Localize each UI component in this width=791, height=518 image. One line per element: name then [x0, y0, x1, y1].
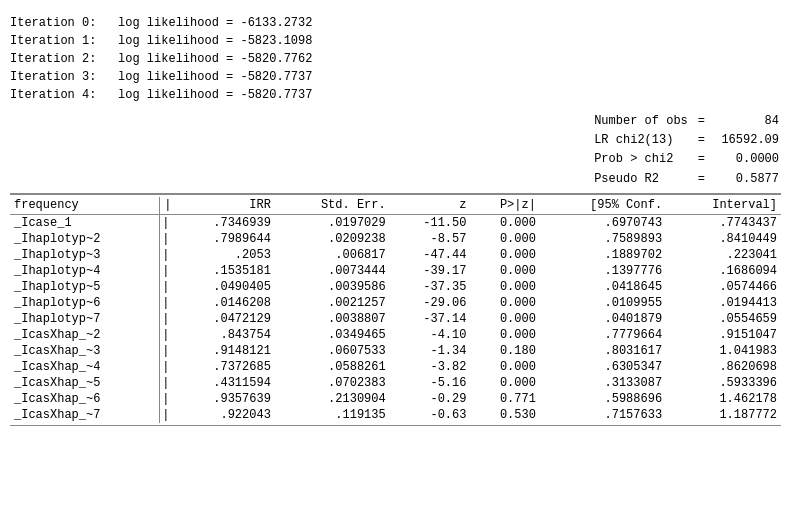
- ci-lo: .7779664: [540, 327, 666, 343]
- ci-lo: .7157633: [540, 407, 666, 423]
- stat-eq: =: [692, 131, 711, 150]
- irr-value: .0146208: [171, 295, 274, 311]
- se-value: .2130904: [275, 391, 390, 407]
- ci-lo: .5988696: [540, 391, 666, 407]
- stat-value: 0.0000: [711, 150, 781, 169]
- pipe: |: [160, 359, 172, 375]
- results-table: frequency|IRRStd. Err.zP>|z|[95% Conf.In…: [10, 197, 781, 423]
- table-row: _IcasXhap_~4 | .7372685 .0588261 -3.82 0…: [10, 359, 781, 375]
- ci-lo: .0109955: [540, 295, 666, 311]
- z-value: -4.10: [390, 327, 471, 343]
- iteration-line-4: Iteration 4: log likelihood = -5820.7737: [10, 86, 781, 104]
- se-value: .0039586: [275, 279, 390, 295]
- se-value: .0197029: [275, 214, 390, 231]
- ci-lo: .8031617: [540, 343, 666, 359]
- iteration-line-3: Iteration 3: log likelihood = -5820.7737: [10, 68, 781, 86]
- ci-lo: .7589893: [540, 231, 666, 247]
- table-row: _IcasXhap_~2 | .843754 .0349465 -4.10 0.…: [10, 327, 781, 343]
- p-value: 0.000: [470, 214, 539, 231]
- se-value: .0209238: [275, 231, 390, 247]
- p-value: 0.530: [470, 407, 539, 423]
- irr-value: .7989644: [171, 231, 274, 247]
- table-top-divider: [10, 193, 781, 195]
- table-row: _IcasXhap_~7 | .922043 .119135 -0.63 0.5…: [10, 407, 781, 423]
- var-name: _IcasXhap_~5: [10, 375, 160, 391]
- col-header-3: Std. Err.: [275, 197, 390, 215]
- irr-value: .922043: [171, 407, 274, 423]
- pipe: |: [160, 214, 172, 231]
- table-row: _Icase_1 | .7346939 .0197029 -11.50 0.00…: [10, 214, 781, 231]
- pipe: |: [160, 407, 172, 423]
- stat-eq: =: [692, 170, 711, 189]
- ci-lo: .1397776: [540, 263, 666, 279]
- se-value: .0038807: [275, 311, 390, 327]
- ci-hi: 1.462178: [666, 391, 781, 407]
- table-row: _Ihaplotyp~6 | .0146208 .0021257 -29.06 …: [10, 295, 781, 311]
- stat-value: 0.5877: [711, 170, 781, 189]
- var-name: _Ihaplotyp~4: [10, 263, 160, 279]
- var-name: _Ihaplotyp~2: [10, 231, 160, 247]
- stat-row-1: LR chi2(13) = 16592.09: [592, 131, 781, 150]
- col-header-7: Interval]: [666, 197, 781, 215]
- ci-lo: .6305347: [540, 359, 666, 375]
- ci-lo: .1889702: [540, 247, 666, 263]
- se-value: .119135: [275, 407, 390, 423]
- z-value: -0.63: [390, 407, 471, 423]
- z-value: -5.16: [390, 375, 471, 391]
- p-value: 0.000: [470, 263, 539, 279]
- irr-value: .2053: [171, 247, 274, 263]
- z-value: -0.29: [390, 391, 471, 407]
- irr-value: .7346939: [171, 214, 274, 231]
- p-value: 0.000: [470, 311, 539, 327]
- var-name: _Ihaplotyp~3: [10, 247, 160, 263]
- pipe: |: [160, 327, 172, 343]
- table-row: _IcasXhap_~6 | .9357639 .2130904 -0.29 0…: [10, 391, 781, 407]
- col-header-2: IRR: [171, 197, 274, 215]
- var-name: _IcasXhap_~4: [10, 359, 160, 375]
- se-value: .0588261: [275, 359, 390, 375]
- z-value: -37.14: [390, 311, 471, 327]
- ci-hi: .1686094: [666, 263, 781, 279]
- p-value: 0.000: [470, 375, 539, 391]
- ci-hi: .8410449: [666, 231, 781, 247]
- irr-value: .0472129: [171, 311, 274, 327]
- col-header-4: z: [390, 197, 471, 215]
- var-name: _Ihaplotyp~6: [10, 295, 160, 311]
- z-value: -47.44: [390, 247, 471, 263]
- ci-hi: .223041: [666, 247, 781, 263]
- table-row: _Ihaplotyp~2 | .7989644 .0209238 -8.57 0…: [10, 231, 781, 247]
- var-name: _Icase_1: [10, 214, 160, 231]
- ci-hi: .0554659: [666, 311, 781, 327]
- stat-label: Number of obs: [592, 112, 692, 131]
- p-value: 0.000: [470, 327, 539, 343]
- pipe: |: [160, 391, 172, 407]
- z-value: -8.57: [390, 231, 471, 247]
- var-name: _IcasXhap_~6: [10, 391, 160, 407]
- z-value: -39.17: [390, 263, 471, 279]
- stats-section: Number of obs = 84 LR chi2(13) = 16592.0…: [10, 112, 781, 189]
- table-row: _IcasXhap_~5 | .4311594 .0702383 -5.16 0…: [10, 375, 781, 391]
- irr-value: .843754: [171, 327, 274, 343]
- pipe: |: [160, 375, 172, 391]
- var-name: _IcasXhap_~2: [10, 327, 160, 343]
- z-value: -37.35: [390, 279, 471, 295]
- z-value: -1.34: [390, 343, 471, 359]
- stat-label: LR chi2(13): [592, 131, 692, 150]
- p-value: 0.000: [470, 295, 539, 311]
- p-value: 0.000: [470, 279, 539, 295]
- z-value: -11.50: [390, 214, 471, 231]
- stat-row-3: Pseudo R2 = 0.5877: [592, 170, 781, 189]
- p-value: 0.000: [470, 247, 539, 263]
- se-value: .006817: [275, 247, 390, 263]
- stat-eq: =: [692, 150, 711, 169]
- col-header-0: frequency: [10, 197, 160, 215]
- pipe: |: [160, 295, 172, 311]
- table-row: _Ihaplotyp~3 | .2053 .006817 -47.44 0.00…: [10, 247, 781, 263]
- irr-value: .9148121: [171, 343, 274, 359]
- p-value: 0.000: [470, 359, 539, 375]
- ci-hi: .7743437: [666, 214, 781, 231]
- irr-value: .9357639: [171, 391, 274, 407]
- se-value: .0349465: [275, 327, 390, 343]
- col-header-6: [95% Conf.: [540, 197, 666, 215]
- se-value: .0607533: [275, 343, 390, 359]
